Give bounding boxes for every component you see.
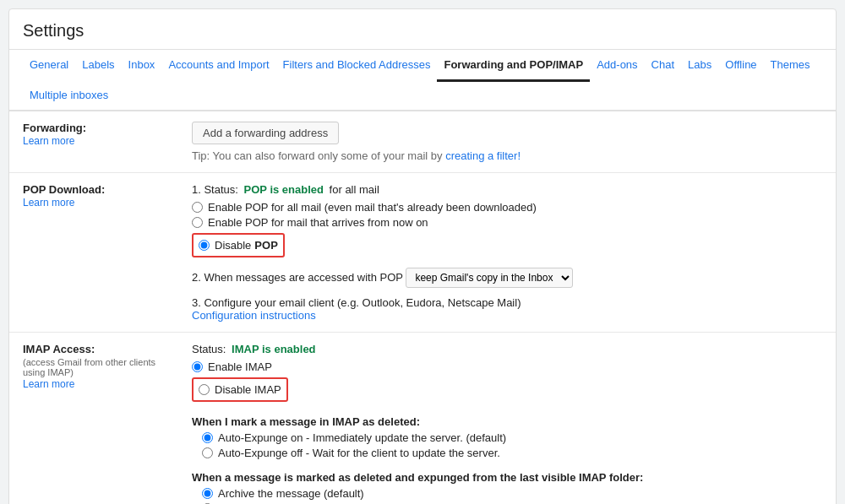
add-forwarding-button[interactable]: Add a forwarding address	[192, 122, 339, 144]
imap-status-line: Status: IMAP is enabled	[192, 343, 822, 355]
pop-learn-more[interactable]: Learn more	[23, 197, 74, 209]
imap-disable-label[interactable]: Disable IMAP	[215, 383, 281, 396]
imap-deleted-opt2-radio[interactable]	[202, 447, 213, 458]
imap-deleted-opt2[interactable]: Auto-Expunge off - Wait for the client t…	[202, 447, 822, 459]
pop-option1[interactable]: Enable POP for all mail (even mail that'…	[192, 201, 822, 214]
imap-expunged-options: Archive the message (default) Move the m…	[202, 487, 822, 504]
imap-status-highlight: IMAP is enabled	[232, 343, 315, 355]
imap-expunged-title: When a message is marked as deleted and …	[192, 471, 822, 484]
imap-enable-group: Enable IMAP Disable IMAP	[192, 360, 822, 404]
creating-filter-link[interactable]: creating a filter!	[445, 149, 521, 162]
nav-offline[interactable]: Offline	[718, 50, 763, 80]
imap-disable-highlighted: Disable IMAP	[192, 376, 822, 404]
pop-step3: 3. Configure your email client (e.g. Out…	[192, 296, 822, 322]
imap-expunged-section: When a message is marked as deleted and …	[192, 471, 822, 504]
imap-disable-radio[interactable]	[199, 384, 210, 395]
pop-step2: 2. When messages are accessed with POP k…	[192, 268, 822, 288]
nav-themes[interactable]: Themes	[764, 50, 817, 80]
pop-download-row: POP Download: Learn more 1. Status: POP …	[9, 173, 836, 333]
forwarding-label: Forwarding:	[23, 122, 178, 134]
nav-chat[interactable]: Chat	[645, 50, 681, 80]
imap-learn-more[interactable]: Learn more	[23, 378, 74, 390]
nav-labs[interactable]: Labs	[681, 50, 718, 80]
imap-enable-option[interactable]: Enable IMAP	[192, 360, 822, 373]
pop-options: Enable POP for all mail (even mail that'…	[192, 201, 822, 259]
pop-option1-radio[interactable]	[192, 202, 203, 213]
pop-action-dropdown[interactable]: keep Gmail's copy in the Inbox	[406, 268, 573, 288]
imap-deleted-title: When I mark a message in IMAP as deleted…	[192, 415, 822, 428]
imap-deleted-opt1[interactable]: Auto-Expunge on - Immediately update the…	[202, 431, 822, 444]
imap-access-row: IMAP Access: (access Gmail from other cl…	[9, 333, 836, 505]
nav-filters[interactable]: Filters and Blocked Addresses	[276, 50, 438, 80]
pop-status-highlight: POP is enabled	[244, 183, 324, 196]
imap-sub-label: (access Gmail from other clients using I…	[23, 357, 178, 377]
pop-config-link[interactable]: Configuration instructions	[192, 309, 316, 322]
pop-label: POP Download:	[23, 183, 178, 196]
forwarding-learn-more[interactable]: Learn more	[23, 135, 74, 147]
pop-option3-radio[interactable]	[199, 240, 210, 251]
imap-expunged-opt1-radio[interactable]	[202, 488, 213, 499]
imap-enable-radio[interactable]	[192, 361, 203, 372]
forwarding-tip: Tip: You can also forward only some of y…	[192, 149, 822, 162]
settings-table: Forwarding: Learn more Add a forwarding …	[9, 111, 836, 504]
imap-label: IMAP Access:	[23, 343, 178, 355]
nav-forwarding[interactable]: Forwarding and POP/IMAP	[437, 50, 590, 82]
pop-option3-highlighted: Disable POP	[192, 231, 822, 259]
nav-inbox[interactable]: Inbox	[122, 50, 162, 80]
imap-deleted-section: When I mark a message in IMAP as deleted…	[192, 415, 822, 459]
imap-expunged-opt1[interactable]: Archive the message (default)	[202, 487, 822, 500]
nav-bar: General Labels Inbox Accounts and Import…	[9, 50, 836, 111]
pop-status-line: 1. Status: POP is enabled for all mail	[192, 183, 822, 196]
nav-general[interactable]: General	[23, 50, 75, 80]
nav-labels[interactable]: Labels	[75, 50, 121, 80]
nav-addons[interactable]: Add-ons	[590, 50, 644, 80]
imap-deleted-opt1-radio[interactable]	[202, 432, 213, 443]
page-title: Settings	[23, 21, 822, 41]
forwarding-row: Forwarding: Learn more Add a forwarding …	[9, 111, 836, 173]
pop-option3-label[interactable]: Disable POP	[215, 239, 278, 252]
pop-option2-radio[interactable]	[192, 217, 203, 228]
pop-option2[interactable]: Enable POP for mail that arrives from no…	[192, 216, 822, 229]
nav-multiple-inboxes[interactable]: Multiple inboxes	[23, 80, 115, 110]
imap-deleted-options: Auto-Expunge on - Immediately update the…	[202, 431, 822, 459]
nav-accounts[interactable]: Accounts and Import	[161, 50, 275, 80]
